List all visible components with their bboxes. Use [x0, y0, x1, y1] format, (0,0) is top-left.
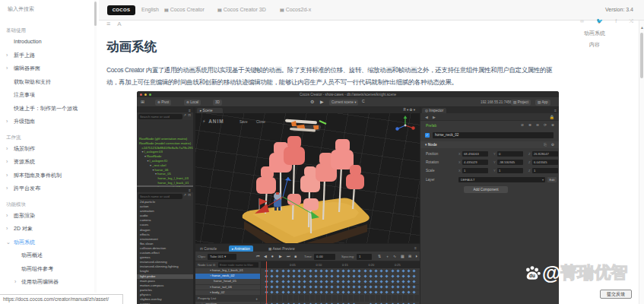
- keyframe-dot[interactable]: [319, 291, 322, 294]
- keyframe-dot[interactable]: [413, 274, 416, 277]
- caret-icon[interactable]: ▾: [210, 274, 211, 277]
- keyframe-dot[interactable]: [353, 291, 356, 294]
- keyframe-dot[interactable]: [292, 286, 295, 289]
- timeline-ruler[interactable]: 0:050:100:150:200:251:00: [261, 261, 420, 268]
- caret-icon[interactable]: ▾: [210, 285, 211, 289]
- keyframe-dot[interactable]: [363, 274, 366, 277]
- keyframe-dot[interactable]: [408, 291, 411, 294]
- keyframe-dot[interactable]: [271, 280, 274, 283]
- keyframe-dot[interactable]: [353, 280, 356, 283]
- keyframe-dot[interactable]: [309, 286, 312, 289]
- keyframe-dot[interactable]: [369, 286, 372, 289]
- keyframe-dot[interactable]: [281, 280, 284, 283]
- local-button[interactable]: ⊕ Local: [184, 100, 201, 106]
- keyframe-dot[interactable]: [408, 274, 411, 277]
- keyframe-dot[interactable]: [347, 280, 350, 283]
- keyframe-dot[interactable]: [271, 274, 274, 277]
- keyframe-dot[interactable]: [331, 280, 334, 283]
- keyframe-dot[interactable]: [336, 274, 339, 277]
- keyframe-dot[interactable]: [391, 280, 394, 283]
- toc-item-animation-system[interactable]: 动画系统: [584, 30, 605, 37]
- link-icon[interactable]: ∞: [580, 18, 584, 24]
- timeline-node-row[interactable]: ▾body_02: [195, 290, 260, 296]
- keyframe-dot[interactable]: [287, 286, 290, 289]
- keyframe-dot[interactable]: [331, 291, 334, 294]
- keyframe-dot[interactable]: [413, 286, 416, 289]
- keyframe-dot[interactable]: [363, 269, 366, 272]
- menu-icon[interactable]: ≡: [554, 108, 557, 112]
- keyframe-dot[interactable]: [341, 269, 344, 272]
- prefab-icon-5[interactable]: ⊗: [551, 123, 554, 127]
- keyframe-dot[interactable]: [325, 269, 328, 272]
- project-button[interactable]: ▤ Project: [511, 100, 531, 106]
- keyframe-dot[interactable]: [358, 280, 361, 283]
- grid-icon[interactable]: ▦: [401, 254, 404, 258]
- toc-item-content[interactable]: 内容: [589, 41, 600, 49]
- caret-icon[interactable]: ▾: [142, 150, 144, 154]
- keyframe-dot[interactable]: [325, 286, 328, 289]
- keyframe-dot[interactable]: [369, 291, 372, 294]
- caret-icon[interactable]: ▾: [155, 172, 157, 176]
- keyframe-dot[interactable]: [281, 291, 284, 294]
- keyframe-dot[interactable]: [298, 291, 301, 294]
- keyframe-dot[interactable]: [276, 280, 279, 283]
- keyframe-dot[interactable]: [298, 269, 301, 272]
- keyframe-dot[interactable]: [336, 286, 339, 289]
- keyframe-dot[interactable]: [287, 280, 290, 283]
- keyframe-dot[interactable]: [341, 291, 344, 294]
- keyframe-dot[interactable]: [314, 274, 317, 277]
- prev-frame-icon[interactable]: ◀: [264, 254, 267, 258]
- back-icon[interactable]: ◀: [425, 115, 428, 119]
- font-size-icon[interactable]: A: [117, 21, 121, 27]
- keyframe-dot[interactable]: [276, 269, 279, 272]
- keyframe-dot[interactable]: [353, 274, 356, 277]
- keyframe-dot[interactable]: [408, 280, 411, 283]
- keyframe-dot[interactable]: [408, 269, 411, 272]
- caret-icon[interactable]: ▾: [150, 163, 151, 167]
- keyframe-dot[interactable]: [303, 280, 306, 283]
- axis-field[interactable]: 1: [497, 168, 523, 173]
- keyframe-dot[interactable]: [309, 269, 312, 272]
- time-field[interactable]: 0-00: [314, 254, 335, 260]
- nav-link-cocos-creator[interactable]: ▤Cocos Creator: [164, 7, 205, 12]
- keyframe-dot[interactable]: [298, 280, 301, 283]
- keyframe-dot[interactable]: [309, 291, 312, 294]
- keyframe-dot[interactable]: [353, 269, 356, 272]
- node-section-header[interactable]: ▾ Node ⎘ ⚙: [420, 141, 559, 148]
- keyframe-dot[interactable]: [347, 286, 350, 289]
- play-icon[interactable]: ▶: [279, 254, 282, 258]
- prefab-icon-4[interactable]: ⟳: [544, 123, 547, 127]
- hierarchy-node[interactable]: RootNode (gltf orientation matrix): [137, 137, 193, 141]
- keyframe-dot[interactable]: [385, 280, 389, 283]
- sidebar-item[interactable]: ›2D 对象: [0, 222, 93, 236]
- lock-icon[interactable]: 🔒: [550, 115, 554, 119]
- facebook-icon[interactable]: f: [615, 18, 617, 24]
- play-button[interactable]: ▶: [320, 99, 324, 104]
- keyframe-dot[interactable]: [292, 274, 295, 277]
- keyframe-dot[interactable]: [380, 291, 383, 294]
- keyframe-dot[interactable]: [374, 274, 377, 277]
- sidebar-item[interactable]: ›新手上路: [0, 49, 93, 62]
- keyframe-dot[interactable]: [314, 291, 317, 294]
- caret-icon[interactable]: ▾: [144, 154, 146, 158]
- keyframe-dot[interactable]: [374, 291, 377, 294]
- axis-field[interactable]: 6.043345: [532, 160, 558, 165]
- tab-inspector[interactable]: ◎ Inspector: [422, 108, 446, 113]
- prefab-icon-3[interactable]: ⊖: [536, 123, 539, 127]
- tab-scene[interactable]: ▸ Scene: [197, 108, 223, 113]
- keyframe-dot[interactable]: [298, 274, 301, 277]
- sidebar-item[interactable]: 注意事项: [0, 88, 93, 102]
- sidebar-item[interactable]: Introduction: [0, 35, 93, 49]
- nav-link-cocos-creator-3d[interactable]: ▤Cocos Creator 3D: [217, 7, 266, 12]
- keyframe-dot[interactable]: [380, 286, 383, 289]
- keyframe-dot[interactable]: [380, 280, 383, 283]
- keyframe-dot[interactable]: [369, 274, 372, 277]
- jump-start-icon[interactable]: ⏮: [256, 254, 260, 259]
- collapse-icon[interactable]: ⊡: [188, 193, 191, 197]
- caret-icon[interactable]: ▾: [210, 268, 211, 272]
- move-tool-icon[interactable]: ⊞: [141, 99, 144, 104]
- keyframe-dot[interactable]: [391, 274, 394, 277]
- keyframe-dot[interactable]: [401, 274, 404, 277]
- keyframe-dot[interactable]: [380, 274, 383, 277]
- scene-view-buttons[interactable]: R ▾ ✿ ▾: [403, 108, 415, 112]
